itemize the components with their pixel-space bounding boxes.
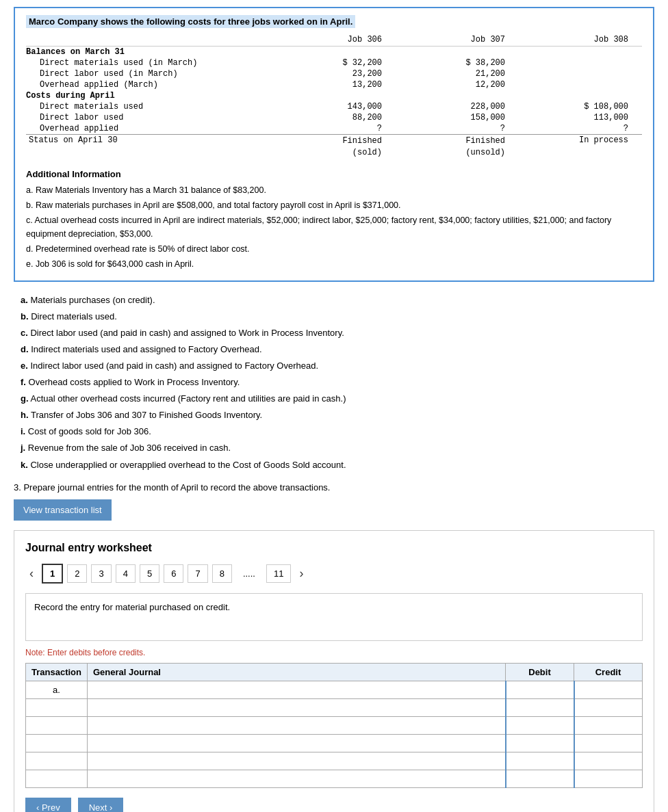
tab-8[interactable]: 8 xyxy=(212,564,232,583)
table-row: Status on April 30 Finished(sold) Finish… xyxy=(26,135,642,159)
task-c: c. Direct labor used (and paid in cash) … xyxy=(21,326,654,341)
credit-input-5[interactable] xyxy=(579,756,639,766)
table-row: Overhead applied ? ? ? xyxy=(26,123,642,135)
col-header-general-journal: General Journal xyxy=(88,663,506,681)
credit-input-1[interactable] xyxy=(579,685,639,695)
task-i: i. Cost of goods sold for Job 306. xyxy=(21,424,654,439)
view-transaction-button[interactable]: View transaction list xyxy=(14,499,112,521)
tab-7[interactable]: 7 xyxy=(188,564,207,583)
journal-input-5[interactable] xyxy=(92,756,501,766)
highlight-box: Marco Company shows the following costs … xyxy=(14,7,654,282)
credit-cell-1[interactable] xyxy=(574,681,643,698)
tab-2[interactable]: 2 xyxy=(67,564,87,583)
debit-cell-6[interactable] xyxy=(506,770,574,787)
task-list: a. Materials purchases (on credit). b. D… xyxy=(21,293,654,473)
bottom-buttons: ‹ Prev Next › xyxy=(25,798,643,812)
journal-worksheet: Journal entry worksheet ‹ 1 2 3 4 5 6 7 … xyxy=(14,530,654,812)
col-header-debit: Debit xyxy=(506,663,574,681)
journal-input-6[interactable] xyxy=(92,774,501,784)
next-button[interactable]: Next › xyxy=(78,798,124,812)
tab-11[interactable]: 11 xyxy=(266,564,291,583)
next-tab-button[interactable]: › xyxy=(295,564,307,584)
debit-cell-5[interactable] xyxy=(506,752,574,770)
journal-cell-2[interactable] xyxy=(88,698,506,716)
table-row xyxy=(26,770,643,787)
transaction-cell-a: a. xyxy=(26,681,88,698)
task-a: a. Materials purchases (on credit). xyxy=(21,293,654,308)
prev-tab-button[interactable]: ‹ xyxy=(25,564,38,584)
debit-input-3[interactable] xyxy=(511,720,569,731)
page-container: Marco Company shows the following costs … xyxy=(0,0,668,812)
journal-input-2[interactable] xyxy=(92,703,501,713)
journal-cell-5[interactable] xyxy=(88,752,506,770)
table-row: a. xyxy=(26,681,643,698)
transaction-cell-2 xyxy=(26,698,88,716)
transaction-cell-6 xyxy=(26,770,88,787)
debit-input-4[interactable] xyxy=(511,738,569,748)
col-header-job306: Job 306 xyxy=(272,34,396,47)
credit-cell-2[interactable] xyxy=(574,698,643,716)
journal-table: Transaction General Journal Debit Credit… xyxy=(25,663,643,788)
credit-cell-5[interactable] xyxy=(574,752,643,770)
journal-cell-3[interactable] xyxy=(88,716,506,734)
journal-cell-6[interactable] xyxy=(88,770,506,787)
table-row xyxy=(26,752,643,770)
table-row: Balances on March 31 xyxy=(26,47,642,58)
credit-input-6[interactable] xyxy=(579,774,639,784)
table-row: Direct labor used 88,200 158,000 113,000 xyxy=(26,112,642,123)
debit-cell-1[interactable] xyxy=(506,681,574,698)
note-text: Note: Enter debits before credits. xyxy=(25,648,643,657)
credit-input-4[interactable] xyxy=(579,738,639,748)
table-row xyxy=(26,698,643,716)
debit-cell-2[interactable] xyxy=(506,698,574,716)
table-row: Costs during April xyxy=(26,90,642,101)
table-row: Direct materials used (in March) $ 32,20… xyxy=(26,57,642,68)
credit-cell-4[interactable] xyxy=(574,734,643,752)
instruction-box: Record the entry for material purchased … xyxy=(25,593,643,641)
credit-cell-3[interactable] xyxy=(574,716,643,734)
journal-cell-1[interactable] xyxy=(88,681,506,698)
col-header-job307: Job 307 xyxy=(396,34,519,47)
additional-info-c: c. Actual overhead costs incurred in Apr… xyxy=(26,213,642,241)
question-3: 3. Prepare journal entries for the month… xyxy=(14,482,654,493)
tab-3[interactable]: 3 xyxy=(91,564,111,583)
col-header-job308: Job 308 xyxy=(519,34,642,47)
additional-info-a: a. Raw Materials Inventory has a March 3… xyxy=(26,183,642,197)
additional-info-d: d. Predetermined overhead rate is 50% of… xyxy=(26,242,642,256)
task-j: j. Revenue from the sale of Job 306 rece… xyxy=(21,441,654,456)
credit-input-2[interactable] xyxy=(579,703,639,713)
additional-info-b: b. Raw materials purchases in April are … xyxy=(26,198,642,212)
table-row: Direct materials used 143,000 228,000 $ … xyxy=(26,101,642,112)
table-row xyxy=(26,734,643,752)
transaction-cell-3 xyxy=(26,716,88,734)
debit-input-1[interactable] xyxy=(511,685,569,695)
task-h: h. Transfer of Jobs 306 and 307 to Finis… xyxy=(21,408,654,423)
task-b: b. Direct materials used. xyxy=(21,309,654,324)
journal-cell-4[interactable] xyxy=(88,734,506,752)
debit-input-5[interactable] xyxy=(511,756,569,766)
transaction-cell-5 xyxy=(26,752,88,770)
tab-1[interactable]: 1 xyxy=(42,564,63,584)
task-e: e. Indirect labor used (and paid in cash… xyxy=(21,358,654,374)
tab-4[interactable]: 4 xyxy=(116,564,136,583)
journal-input-1[interactable] xyxy=(92,685,501,695)
tab-5[interactable]: 5 xyxy=(140,564,159,583)
prev-button[interactable]: ‹ Prev xyxy=(25,798,71,812)
cost-table: Job 306 Job 307 Job 308 Balances on Marc… xyxy=(26,34,642,159)
tab-dots: ..... xyxy=(236,565,262,582)
task-k: k. Close underapplied or overapplied ove… xyxy=(21,458,654,473)
debit-input-6[interactable] xyxy=(511,774,569,784)
task-f: f. Overhead costs applied to Work in Pro… xyxy=(21,375,654,390)
credit-cell-6[interactable] xyxy=(574,770,643,787)
table-row xyxy=(26,716,643,734)
journal-input-3[interactable] xyxy=(92,720,501,731)
transaction-cell-4 xyxy=(26,734,88,752)
credit-input-3[interactable] xyxy=(579,720,639,731)
debit-input-2[interactable] xyxy=(511,703,569,713)
tab-6[interactable]: 6 xyxy=(164,564,183,583)
debit-cell-4[interactable] xyxy=(506,734,574,752)
debit-cell-3[interactable] xyxy=(506,716,574,734)
journal-input-4[interactable] xyxy=(92,738,501,748)
col-header-credit: Credit xyxy=(574,663,643,681)
highlight-title: Marco Company shows the following costs … xyxy=(26,16,642,27)
